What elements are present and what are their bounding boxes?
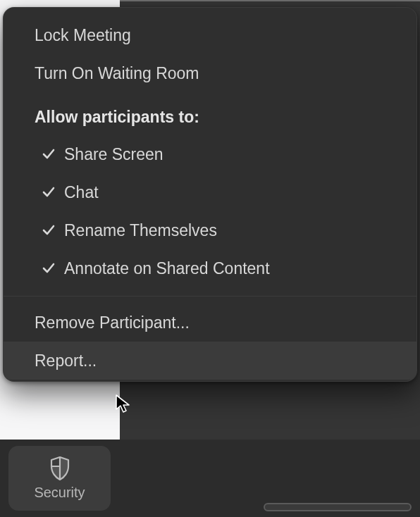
menu-item-label: Remove Participant... [35,313,190,332]
check-icon [42,261,56,275]
security-button-label: Security [34,485,85,501]
menu-item-label: Rename Themselves [64,221,217,240]
shield-icon [49,456,70,480]
bottom-toolbar: Security [0,440,420,517]
security-menu: Lock Meeting Turn On Waiting Room Allow … [3,7,417,382]
check-icon [42,223,56,237]
security-button[interactable]: Security [8,446,111,511]
check-icon [42,147,56,161]
menu-item-annotate[interactable]: Annotate on Shared Content [4,249,416,287]
menu-item-label: Turn On Waiting Room [35,64,199,83]
menu-item-lock-meeting[interactable]: Lock Meeting [4,16,416,54]
menu-item-label: Share Screen [64,145,163,164]
background-divider [120,0,420,1]
menu-item-remove-participant[interactable]: Remove Participant... [4,304,416,342]
menu-item-label: Chat [64,183,99,202]
menu-item-label: Lock Meeting [35,26,131,45]
menu-item-label: Annotate on Shared Content [64,259,270,278]
menu-item-report[interactable]: Report... [4,342,416,380]
menu-divider [4,296,416,297]
menu-section-header: Allow participants to: [4,92,416,135]
bottom-scrollbar[interactable] [264,503,412,511]
check-icon [42,185,56,199]
menu-item-rename[interactable]: Rename Themselves [4,211,416,249]
menu-item-share-screen[interactable]: Share Screen [4,135,416,173]
menu-item-waiting-room[interactable]: Turn On Waiting Room [4,54,416,92]
menu-item-label: Report... [35,351,97,370]
menu-item-chat[interactable]: Chat [4,173,416,211]
